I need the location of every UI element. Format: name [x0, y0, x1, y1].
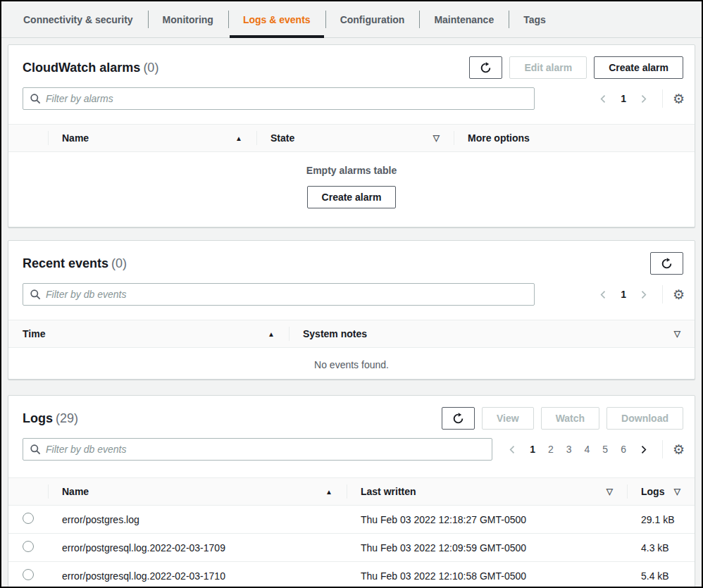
tab-monitoring[interactable]: Monitoring [148, 1, 228, 37]
logs-col-last-written[interactable]: Last written▽ [347, 478, 627, 505]
alarms-pager: 1 ⚙ [595, 89, 685, 108]
create-alarm-button[interactable]: Create alarm [594, 56, 683, 79]
alarms-refresh-button[interactable] [469, 56, 502, 79]
tab-bar: Connectivity & security Monitoring Logs … [1, 1, 702, 38]
pager-divider [662, 89, 663, 108]
log-row-radio[interactable] [23, 569, 34, 580]
logs-page-3[interactable]: 3 [562, 442, 576, 456]
log-last-written: Thu Feb 03 2022 12:10:58 GMT-0500 [347, 570, 627, 582]
alarms-col-name[interactable]: Name▲ [48, 125, 256, 151]
alarms-header: CloudWatch alarms(0) Edit alarm Create a… [8, 45, 695, 79]
refresh-icon [661, 258, 673, 270]
tab-logs-events[interactable]: Logs & events [228, 1, 325, 37]
download-log-button[interactable]: Download [606, 407, 683, 430]
events-settings-gear-icon[interactable]: ⚙ [673, 288, 685, 301]
rds-detail-page: Connectivity & security Monitoring Logs … [0, 0, 703, 588]
alarms-page-1[interactable]: 1 [616, 92, 630, 106]
sort-descending-icon: ▽ [433, 133, 440, 143]
logs-col-name[interactable]: Name▲ [48, 478, 347, 505]
logs-card: Logs(29) View Watch Download 1 2 3 4 [8, 395, 695, 588]
tab-maintenance[interactable]: Maintenance [419, 1, 509, 37]
logs-page-2[interactable]: 2 [544, 442, 558, 456]
logs-actions: View Watch Download [442, 407, 683, 430]
logs-filter-row: 1 2 3 4 5 6 ⚙ [8, 430, 695, 461]
events-search-box [23, 283, 535, 306]
events-col-time[interactable]: Time▲ [8, 320, 289, 347]
sort-descending-icon: ▽ [674, 329, 680, 339]
events-pager: 1 ⚙ [595, 285, 685, 304]
refresh-icon [480, 62, 492, 74]
edit-alarm-button[interactable]: Edit alarm [509, 56, 587, 79]
events-header: Recent events(0) [8, 241, 695, 275]
alarms-empty-state: Empty alarms table Create alarm [8, 152, 695, 208]
logs-table-header: Name▲ Last written▽ Logs▽ [8, 477, 695, 506]
alarms-filter-row: 1 ⚙ [8, 79, 695, 110]
tab-connectivity-security[interactable]: Connectivity & security [8, 1, 148, 37]
events-prev-page-icon[interactable] [595, 289, 612, 301]
log-name: error/postgres.log [48, 514, 347, 525]
logs-search-box [23, 438, 492, 461]
alarms-col-state[interactable]: State▽ [256, 125, 454, 151]
search-icon [30, 289, 41, 300]
logs-title: Logs(29) [23, 411, 78, 426]
logs-col-size[interactable]: Logs▽ [627, 478, 695, 505]
events-page-1[interactable]: 1 [616, 287, 630, 301]
logs-page-5[interactable]: 5 [598, 442, 612, 456]
log-name: error/postgresql.log.2022-02-03-1709 [48, 542, 347, 553]
alarms-settings-gear-icon[interactable]: ⚙ [673, 92, 685, 106]
alarms-select-all-column [8, 125, 48, 151]
logs-radio-column [8, 478, 48, 505]
events-title: Recent events(0) [23, 256, 127, 271]
log-row-radio[interactable] [23, 541, 34, 552]
log-row[interactable]: error/postgres.log Thu Feb 03 2022 12:18… [8, 506, 695, 534]
alarms-prev-page-icon[interactable] [595, 93, 612, 105]
logs-settings-gear-icon[interactable]: ⚙ [673, 443, 685, 456]
events-filter-input[interactable] [46, 289, 528, 300]
log-last-written: Thu Feb 03 2022 12:09:59 GMT-0500 [347, 542, 627, 553]
events-next-page-icon[interactable] [635, 289, 652, 301]
sort-ascending-icon: ▲ [268, 330, 275, 338]
sort-descending-icon: ▽ [674, 487, 680, 496]
events-empty-text: No events found. [8, 348, 695, 370]
events-refresh-button[interactable] [650, 252, 683, 275]
alarms-table-header: Name▲ State▽ More options [8, 124, 695, 152]
logs-page-6[interactable]: 6 [616, 442, 630, 456]
logs-page-1[interactable]: 1 [525, 442, 540, 456]
logs-filter-input[interactable] [46, 444, 485, 455]
search-icon [30, 444, 41, 455]
tab-configuration[interactable]: Configuration [325, 1, 420, 37]
logs-header: Logs(29) View Watch Download [8, 396, 695, 430]
alarms-title: CloudWatch alarms(0) [23, 61, 158, 75]
logs-count: (29) [56, 411, 78, 425]
alarms-col-more-options: More options [454, 125, 695, 151]
log-row[interactable]: error/postgresql.log.2022-02-03-1709 Thu… [8, 534, 695, 562]
pager-divider [662, 285, 663, 304]
logs-page-4[interactable]: 4 [580, 442, 595, 456]
alarms-actions: Edit alarm Create alarm [469, 56, 683, 79]
alarms-empty-create-button[interactable]: Create alarm [307, 186, 397, 208]
alarms-filter-input[interactable] [46, 93, 528, 104]
tab-tags[interactable]: Tags [509, 1, 561, 37]
alarms-next-page-icon[interactable] [635, 93, 652, 105]
watch-log-button[interactable]: Watch [541, 407, 599, 430]
view-log-button[interactable]: View [482, 407, 534, 430]
logs-prev-page-icon[interactable] [504, 444, 521, 456]
recent-events-card: Recent events(0) 1 ⚙ Time▲ [8, 240, 695, 380]
log-row-radio[interactable] [23, 513, 34, 524]
sort-descending-icon: ▽ [606, 487, 613, 496]
logs-next-page-icon[interactable] [635, 444, 652, 456]
logs-pager: 1 2 3 4 5 6 ⚙ [504, 440, 685, 458]
log-row[interactable]: error/postgresql.log.2022-02-03-1710 Thu… [8, 562, 695, 588]
log-name: error/postgresql.log.2022-02-03-1710 [48, 570, 347, 582]
log-size: 5.4 kB [627, 570, 695, 582]
logs-refresh-button[interactable] [442, 407, 475, 430]
search-icon [30, 93, 41, 104]
events-filter-row: 1 ⚙ [8, 275, 695, 306]
pager-divider [662, 440, 663, 458]
log-size: 29.1 kB [627, 514, 695, 525]
log-last-written: Thu Feb 03 2022 12:18:27 GMT-0500 [347, 514, 627, 525]
events-actions [650, 252, 683, 275]
alarms-empty-title: Empty alarms table [8, 165, 695, 176]
sort-ascending-icon: ▲ [325, 488, 332, 496]
events-col-system-notes[interactable]: System notes▽ [289, 320, 695, 347]
